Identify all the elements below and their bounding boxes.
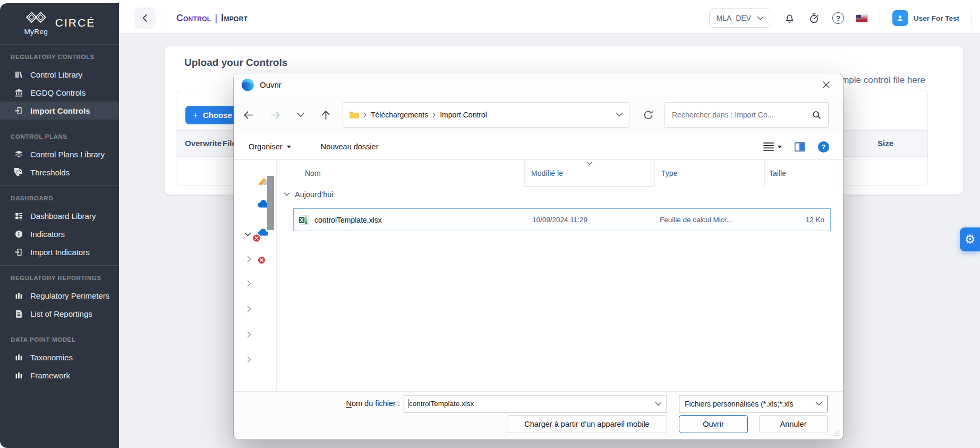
sidebar: MyReg CIRCÉ REGULATORY CONTROLS Control … [0, 3, 119, 448]
search-input[interactable] [671, 110, 812, 120]
file-row-controltemplate[interactable]: controlTemplate.xlsx 10/09/2024 11:29 Fe… [293, 208, 831, 231]
info-circle-icon [14, 230, 23, 239]
address-crumb-downloads[interactable]: Téléchargements [371, 111, 428, 119]
nav-back-icon[interactable] [242, 109, 254, 121]
close-icon[interactable] [817, 76, 835, 93]
column-header-spacer [832, 160, 843, 187]
bar-chart-icon [14, 291, 23, 300]
home-icon[interactable] [257, 176, 268, 187]
dialog-footer: Nom du fichier : controlTemplate.xlsx Fi… [234, 391, 843, 439]
sidebar-item-thresholds[interactable]: Thresholds [0, 163, 119, 181]
column-header-modified[interactable]: Modifié le [524, 160, 654, 187]
caret-down-icon [778, 146, 782, 148]
column-header-name[interactable]: Nom [277, 160, 524, 187]
sidebar-section-control-plans: CONTROL PLANS [0, 124, 119, 145]
sidebar-item-control-plans-library[interactable]: Control Plans Library [0, 145, 119, 163]
sidebar-item-egdq-controls[interactable]: EGDQ Controls [0, 83, 119, 102]
us-flag-icon[interactable] [856, 15, 867, 22]
file-type: Feuille de calcul Micr... [660, 216, 732, 224]
folder-tree-pane [234, 160, 277, 391]
column-header-overwrite: Overwrite [185, 139, 221, 148]
user-menu[interactable]: User For Test [892, 10, 959, 26]
filetype-select[interactable]: Fichiers personnalisés (*.xls;*.xls [679, 395, 828, 412]
topbar-divider [166, 10, 166, 27]
sidebar-item-dashboard-library[interactable]: Dashboard Library [0, 207, 119, 225]
search-icon[interactable] [812, 110, 822, 120]
sidebar-item-taxonomies[interactable]: Taxonomies [0, 348, 119, 366]
file-name: controlTemplate.xlsx [314, 216, 382, 224]
column-header-type[interactable]: Type [654, 160, 764, 187]
sidebar-item-framework[interactable]: Framework [0, 366, 119, 384]
sidebar-section-regulatory-controls: REGULATORY CONTROLS [0, 45, 119, 65]
nav-recent-chevron-icon[interactable] [296, 112, 305, 118]
topbar-divider [972, 10, 972, 27]
user-avatar-icon [892, 10, 908, 26]
address-crumb-import-control[interactable]: Import Control [440, 111, 487, 119]
nav-up-icon[interactable] [320, 109, 332, 121]
sidebar-item-list-of-reportings[interactable]: List of Reportings [0, 305, 119, 323]
sidebar-item-import-controls[interactable]: Import Controls [0, 102, 119, 120]
stopwatch-icon[interactable] [808, 12, 820, 24]
refresh-icon[interactable] [642, 109, 654, 121]
view-mode-button[interactable] [763, 142, 782, 151]
filename-input[interactable]: controlTemplate.xlsx [404, 395, 667, 412]
group-header-today[interactable]: Aujourd’hui [284, 190, 334, 199]
bar-chart-icon [14, 353, 23, 362]
sync-error-badge-icon [257, 256, 266, 265]
breadcrumb-separator-icon [363, 112, 367, 117]
column-header-size[interactable]: Taille [764, 160, 832, 187]
address-history-chevron-icon[interactable] [616, 112, 623, 117]
nav-forward-icon[interactable] [269, 109, 282, 121]
caret-down-icon [287, 146, 291, 148]
tree-expand-chevron-icon[interactable] [247, 356, 252, 363]
brand-app-name: CIRCÉ [55, 16, 95, 29]
upload-from-mobile-button[interactable]: Charger à partir d’un appareil mobile [507, 415, 667, 433]
organize-menu[interactable]: Organiser [249, 142, 291, 151]
sidebar-section-dashboard: DASHBOARD [0, 186, 119, 207]
screen: MyReg CIRCÉ REGULATORY CONTROLS Control … [0, 0, 980, 448]
resize-grip[interactable] [833, 430, 839, 436]
sidebar-section-data-point-model: DATA POINT MODEL [0, 327, 119, 348]
tree-scrollbar-thumb[interactable] [267, 176, 274, 230]
column-header-size: Size [862, 139, 909, 148]
breadcrumb: Control|Import [176, 13, 248, 24]
filename-label: Nom du fichier : [234, 395, 400, 412]
tree-expand-chevron-icon[interactable] [247, 331, 252, 338]
help-icon[interactable]: ? [832, 12, 844, 24]
text-caret [408, 399, 408, 408]
back-button[interactable] [134, 7, 156, 29]
dialog-help-icon[interactable]: ? [818, 141, 829, 153]
bell-icon[interactable] [783, 12, 796, 24]
environment-select[interactable]: MLA_DEV [709, 9, 771, 28]
settings-gear-button[interactable]: ⚙ [960, 227, 980, 251]
dialog-toolbar: Organiser Nouveau dossier ? [234, 134, 843, 160]
sample-file-link-fragment[interactable]: mple control file here [841, 75, 925, 86]
address-bar[interactable]: Téléchargements Import Control [343, 102, 629, 128]
dialog-titlebar[interactable]: Ouvrir [234, 73, 843, 96]
sidebar-item-control-library[interactable]: Control Library [0, 65, 119, 83]
breadcrumb-page: Import [221, 13, 248, 23]
user-name: User For Test [914, 14, 959, 22]
import-icon [14, 106, 23, 115]
search-box [664, 102, 829, 128]
sidebar-item-regulatory-perimeters[interactable]: Regulatory Perimeters [0, 286, 119, 305]
breadcrumb-section[interactable]: Control [176, 13, 211, 23]
tree-expand-chevron-icon[interactable] [247, 306, 252, 312]
filename-history-chevron-icon[interactable] [655, 401, 662, 406]
open-button[interactable]: Ouvrir [679, 415, 748, 433]
sidebar-item-indicators[interactable]: Indicators [0, 225, 119, 243]
bar-chart-icon [14, 371, 23, 380]
tree-expand-chevron-icon[interactable] [247, 256, 252, 263]
new-folder-button[interactable]: Nouveau dossier [321, 142, 379, 151]
sidebar-item-import-indicators[interactable]: Import Indicators [0, 243, 119, 261]
preview-pane-icon[interactable] [795, 142, 805, 151]
cancel-button[interactable]: Annuler [759, 415, 828, 433]
page-title: Upload your Controls [184, 57, 287, 69]
palette-icon [14, 168, 23, 177]
report-file-icon [14, 309, 23, 318]
filetype-chevron-icon [815, 401, 822, 406]
dialog-body: Nom Modifié le Type Taille Aujourd’hui [234, 160, 843, 391]
tree-collapse-chevron-icon[interactable] [244, 232, 251, 237]
tree-expand-chevron-icon[interactable] [247, 280, 252, 287]
layers-icon [14, 150, 23, 159]
